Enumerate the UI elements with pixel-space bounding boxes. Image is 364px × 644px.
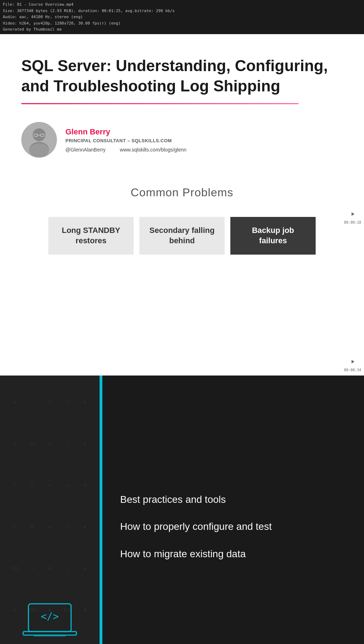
tech-icon-grid19: ⊢ bbox=[60, 507, 75, 546]
author-title: PRINCIPAL CONSULTANT – SQLSKILLS.COM bbox=[65, 138, 187, 143]
avatar-image bbox=[21, 122, 57, 158]
meta-bar: File: 01 - Course Overview.mp4 Size: 307… bbox=[0, 0, 364, 34]
svg-point-3 bbox=[29, 143, 49, 158]
tech-icon-grid23: ☰ bbox=[42, 549, 57, 588]
timestamp-overlay-1: 00:00:18 bbox=[344, 208, 361, 224]
tech-icon-grid8: </> bbox=[42, 424, 57, 463]
slide-2: ⊞ ✄ ≋ ⬡ ⊕ ⊟ JPG </> ↗ ⊗ ✎ ⊕ ⟳ ⊘ ⊞ ⊡ ⊠ ⊟ … bbox=[0, 376, 364, 644]
tech-icon-grid12: ⊕ bbox=[25, 466, 40, 505]
tech-icon-grid3: ≋ bbox=[42, 383, 57, 421]
course-point-3: How to migrate existing data bbox=[120, 548, 346, 560]
meta-line-3: Audio: aac, 44100 Hz, stereo (eng) bbox=[3, 14, 361, 20]
problem-card-secondary: Secondary falling behind bbox=[139, 217, 225, 254]
tech-icon-grid24: ↗ bbox=[60, 549, 75, 588]
problem-label-secondary: Secondary falling behind bbox=[146, 225, 218, 246]
course-point-2: How to properly configure and test bbox=[120, 520, 346, 533]
svg-rect-11 bbox=[23, 632, 76, 635]
problem-label-backup: Backup job failures bbox=[237, 225, 309, 246]
common-problems-title: Common Problems bbox=[21, 186, 343, 199]
tech-icon-grid4: ⬡ bbox=[60, 383, 75, 421]
problem-card-standby: Long STANDBY restores bbox=[48, 217, 134, 254]
meta-line-2: Size: 3077348 bytes (2.93 MiB), duration… bbox=[3, 8, 361, 14]
svg-rect-12 bbox=[34, 635, 66, 637]
problem-label-standby: Long STANDBY restores bbox=[55, 225, 127, 246]
tech-icon-grid15: ⊞ bbox=[77, 466, 92, 505]
tech-icon-grid18: ⊟ bbox=[42, 507, 57, 546]
play-icon-2 bbox=[347, 356, 358, 367]
avatar bbox=[21, 122, 57, 158]
course-point-1: Best practices and tools bbox=[120, 493, 346, 506]
tech-icon-grid26: ⊟ bbox=[7, 591, 22, 629]
cyan-divider-bar bbox=[100, 376, 102, 644]
author-info: Glenn Berry PRINCIPAL CONSULTANT – SQLSK… bbox=[65, 127, 187, 153]
timestamp-text-1: 00:00:18 bbox=[344, 220, 361, 224]
laptop-icon: </> bbox=[21, 602, 78, 643]
tech-icon-grid10: ⊗ bbox=[77, 424, 92, 463]
author-website: www.sqlskills.com/blogs/glenn bbox=[120, 147, 187, 153]
svg-marker-8 bbox=[352, 360, 354, 363]
tech-icon-grid2: ✄ bbox=[25, 383, 40, 421]
tech-icon-grid16: ⊡ bbox=[7, 507, 22, 546]
tech-icon-grid22: ⊲ bbox=[25, 549, 40, 588]
tech-icon-grid14: ⊘ bbox=[60, 466, 75, 505]
svg-marker-7 bbox=[352, 212, 354, 216]
author-name: Glenn Berry bbox=[65, 127, 187, 137]
tech-icon-grid1: ⊞ bbox=[7, 383, 22, 421]
tech-icon-grid17: ⊠ bbox=[25, 507, 40, 546]
timestamp-text-2: 00:00:34 bbox=[344, 368, 361, 372]
tech-icon-grid20: ◈ bbox=[77, 507, 92, 546]
main-title: SQL Server: Understanding, Configuring, … bbox=[21, 55, 343, 96]
play-icon-1 bbox=[347, 208, 358, 220]
tech-icon-grid6: ⊟ bbox=[7, 424, 22, 463]
tech-icon-grid25: ⊕ bbox=[77, 549, 92, 588]
author-section: Glenn Berry PRINCIPAL CONSULTANT – SQLSK… bbox=[21, 122, 343, 158]
tech-icon-grid9: ↗ bbox=[60, 424, 75, 463]
meta-line-5: Generated by Thumbnail me bbox=[3, 26, 361, 33]
tech-icon-grid31: ⊗ bbox=[7, 632, 22, 644]
slide-1: SQL Server: Understanding, Configuring, … bbox=[0, 34, 364, 376]
tech-icon-grid30: ⊠ bbox=[77, 591, 92, 629]
slide-2-left-panel: ⊞ ✄ ≋ ⬡ ⊕ ⊟ JPG </> ↗ ⊗ ✎ ⊕ ⟳ ⊘ ⊞ ⊡ ⊠ ⊟ … bbox=[0, 376, 100, 644]
meta-line-4: Video: h264, yuv420p, 1280x720, 30.00 fp… bbox=[3, 20, 361, 27]
timestamp-overlay-2: 00:00:34 bbox=[344, 356, 361, 372]
svg-point-1 bbox=[33, 128, 46, 141]
author-links: @GlennAlanBerry www.sqlskills.com/blogs/… bbox=[65, 147, 187, 153]
tech-icon-css: CSS bbox=[7, 549, 22, 588]
problem-card-backup: Backup job failures bbox=[230, 217, 316, 254]
tech-icon-grid35: ⊙ bbox=[77, 632, 92, 644]
svg-text:</>: </> bbox=[41, 611, 59, 622]
laptop-svg: </> bbox=[21, 602, 78, 641]
tech-icon-grid5: ⊕ bbox=[77, 383, 92, 421]
slide-2-right-panel: Best practices and tools How to properly… bbox=[102, 376, 364, 644]
author-twitter: @GlennAlanBerry bbox=[65, 147, 106, 153]
title-underline bbox=[21, 103, 299, 104]
problems-grid: Long STANDBY restores Secondary falling … bbox=[21, 217, 343, 254]
tech-icon-grid11: ✎ bbox=[7, 466, 22, 505]
tech-icon-grid7: JPG bbox=[25, 424, 40, 463]
tech-icon-grid13: ⟳ bbox=[42, 466, 57, 505]
title-section: SQL Server: Understanding, Configuring, … bbox=[21, 55, 343, 104]
meta-line-1: File: 01 - Course Overview.mp4 bbox=[3, 1, 361, 8]
